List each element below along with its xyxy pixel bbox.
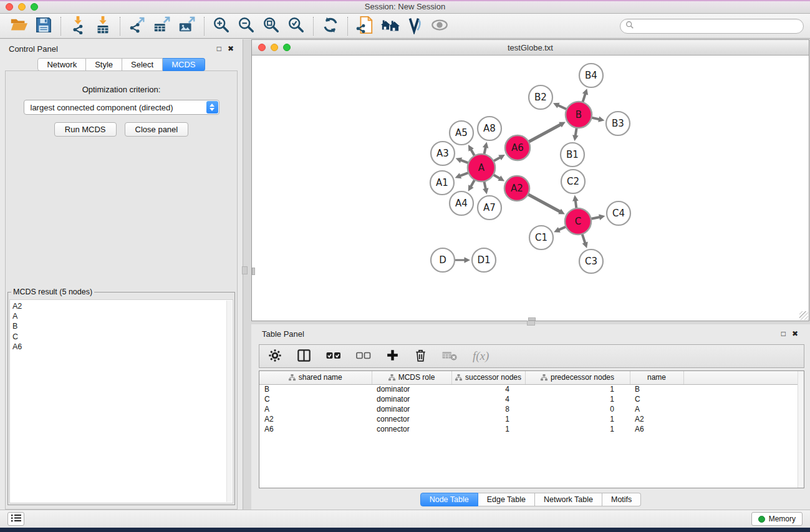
network-canvas[interactable]: AA1A2A3A4A5A6A7A8BB1B2B3B4CC1C2C3C4DD1 [252,56,809,321]
mcds-result-item[interactable]: B [12,321,225,331]
cell-successor-nodes[interactable]: 1 [451,424,525,434]
column-header-name[interactable]: name [630,371,683,384]
import-network-button[interactable] [65,16,90,37]
task-history-button[interactable] [7,512,24,526]
table-row[interactable]: A2connector11A2 [259,414,804,424]
column-settings-button[interactable] [268,349,282,364]
search-field[interactable] [620,19,804,34]
cell-predecessor-nodes[interactable]: 1 [525,384,630,394]
cell-name[interactable]: A [630,404,683,414]
tab-mcds[interactable]: MCDS [163,58,205,71]
criterion-dropdown[interactable]: largest connected component (directed) [24,100,219,115]
cell-successor-nodes[interactable]: 4 [451,384,525,394]
close-table-panel-icon[interactable]: ✖ [792,330,798,337]
network-from-selection-button[interactable] [352,16,377,37]
cell-successor-nodes[interactable]: 1 [451,414,525,424]
network-zoom-button[interactable] [283,44,291,51]
add-row-button[interactable] [386,349,399,364]
toolbar-separator [120,17,120,36]
table-row[interactable]: Bdominator41B [259,384,804,394]
graphics-details-button[interactable] [427,16,452,37]
export-image-button[interactable] [175,16,200,37]
search-input[interactable] [637,21,798,31]
list-scrollbar[interactable] [226,301,232,502]
open-session-button[interactable] [6,16,31,37]
tab-edge-table[interactable]: Edge Table [478,493,535,506]
column-header-mcds-role[interactable]: MCDS role [372,371,451,384]
cell-name[interactable]: C [630,394,683,404]
export-network-button[interactable] [125,16,150,37]
control-panel: Control Panel □ ✖ NetworkStyleSelectMCDS… [0,39,243,510]
cell-predecessor-nodes[interactable]: 1 [525,414,630,424]
horizontal-divider-handle[interactable] [527,321,535,326]
network-close-button[interactable] [258,44,266,51]
cell-shared-name[interactable]: C [259,394,372,404]
select-all-button[interactable] [326,350,341,363]
tab-network-table[interactable]: Network Table [535,493,602,506]
tab-select[interactable]: Select [122,58,163,71]
column-header-shared-name[interactable]: shared name [259,371,372,384]
column-header-successor-nodes[interactable]: successor nodes [451,371,525,384]
save-session-button[interactable] [31,16,56,37]
cell-successor-nodes[interactable]: 8 [451,404,525,414]
run-mcds-button[interactable]: Run MCDS [54,122,117,137]
vizmapper-button[interactable] [402,16,427,37]
tab-node-table[interactable]: Node Table [420,493,478,506]
tab-network[interactable]: Network [37,58,86,71]
cell-name[interactable]: A2 [630,414,683,424]
cell-shared-name[interactable]: A2 [259,414,372,424]
zoom-selected-button[interactable] [284,16,309,37]
mcds-result-item[interactable]: A2 [12,301,225,311]
tab-motifs[interactable]: Motifs [602,493,641,506]
close-window-button[interactable] [6,3,13,11]
delete-row-button[interactable] [414,349,427,364]
show-column-button[interactable] [297,349,311,364]
cell-shared-name[interactable]: A [259,404,372,414]
canvas-vertical-scrollbar[interactable] [252,268,255,275]
import-table-button[interactable] [90,16,115,37]
zoom-out-button[interactable] [234,16,259,37]
table-row[interactable]: Adominator80A [259,404,804,414]
cell-successor-nodes[interactable]: 4 [451,394,525,404]
cell-predecessor-nodes[interactable]: 1 [525,424,630,434]
cell-name[interactable]: B [630,384,683,394]
network-canvas-area[interactable]: AA1A2A3A4A5A6A7A8BB1B2B3B4CC1C2C3C4DD1 [252,56,809,321]
zoom-in-button[interactable] [209,16,234,37]
float-panel-icon[interactable]: □ [217,45,221,52]
column-header-predecessor-nodes[interactable]: predecessor nodes [525,371,630,384]
network-minimize-button[interactable] [271,44,278,51]
zoom-window-button[interactable] [31,3,38,11]
cell-mcds-role[interactable]: connector [372,424,451,434]
minimize-window-button[interactable] [18,3,26,11]
close-panel-button[interactable]: Close panel [125,122,189,137]
cell-predecessor-nodes[interactable]: 1 [525,394,630,404]
function-builder-button[interactable]: f(x) [473,349,489,363]
cell-shared-name[interactable]: A6 [259,424,372,434]
mcds-result-item[interactable]: A6 [12,342,225,352]
refresh-view-button[interactable] [318,16,343,37]
unselect-all-button[interactable] [356,350,371,363]
cell-predecessor-nodes[interactable]: 0 [525,404,630,414]
window-resize-grip[interactable] [799,311,808,320]
mcds-result-item[interactable]: C [12,332,225,342]
network-window-titlebar: testGlobe.txt [252,40,809,56]
zoom-fit-button[interactable] [259,16,284,37]
cell-mcds-role[interactable]: connector [372,414,451,424]
close-panel-icon[interactable]: ✖ [228,45,234,52]
cell-mcds-role[interactable]: dominator [372,404,451,414]
tab-style[interactable]: Style [86,58,122,71]
cell-name[interactable]: A6 [630,424,683,434]
destroy-table-button[interactable] [442,350,458,363]
panel-divider-handle[interactable] [242,266,248,274]
export-table-button[interactable] [150,16,175,37]
cell-mcds-role[interactable]: dominator [372,384,451,394]
cell-shared-name[interactable]: B [259,384,372,394]
table-row[interactable]: Cdominator41C [259,394,804,404]
float-table-panel-icon[interactable]: □ [781,330,786,337]
table-scrollbar[interactable] [798,371,804,488]
network-overview-button[interactable] [377,16,402,37]
mcds-result-item[interactable]: A [12,311,225,321]
table-row[interactable]: A6connector11A6 [259,424,804,434]
cell-mcds-role[interactable]: dominator [372,394,451,404]
memory-button[interactable]: Memory [751,512,803,526]
